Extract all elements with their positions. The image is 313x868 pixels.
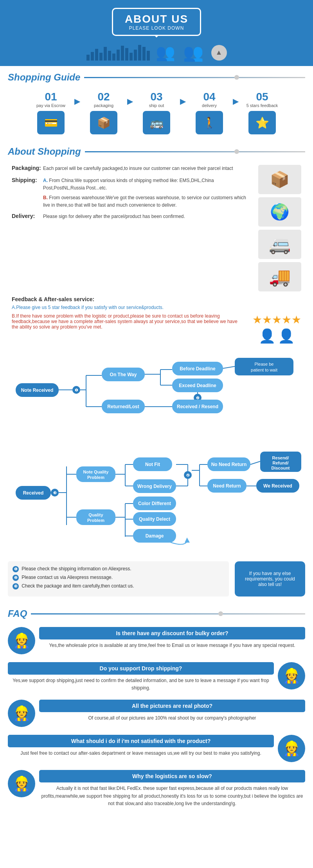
star-1: ★ — [252, 313, 262, 326]
star-2: ★ — [262, 313, 272, 326]
shipping-a-text: From China:We support various kinds of s… — [43, 178, 214, 191]
title-line-dot — [234, 75, 239, 80]
note-1-text: Please check the shipping information on… — [22, 566, 131, 572]
shipping-content: A. From China:We support various kinds o… — [43, 177, 254, 209]
speech-bubble: ABOUT US PLEASE LOOK DOWN — [112, 8, 201, 36]
svg-text:Damage: Damage — [146, 533, 164, 539]
faq-answer-4: Just feel free to contact our after-sale… — [8, 750, 274, 757]
flowchart-svg-1: Note Received ❶ On The Way Returned/Lost — [16, 356, 305, 434]
svg-rect-23 — [235, 358, 293, 375]
delivery-text: Please sign for delivery after the parce… — [43, 213, 254, 220]
about-shopping-heading: About Shopping — [8, 146, 81, 157]
notes-container: ❶ Please check the shipping information … — [0, 561, 313, 602]
faq-title-row: FAQ — [0, 602, 313, 623]
svg-line-26 — [223, 366, 235, 368]
step-5-num: 05 — [256, 91, 268, 103]
packaging-label: Packaging: — [12, 165, 43, 171]
bar-chart-icon — [86, 45, 150, 61]
faq-item-4: 👷 What should i do if i'm not satisfied … — [8, 735, 305, 762]
svg-text:Color Different: Color Different — [138, 501, 171, 506]
delivery-van-image: 🚚 — [258, 262, 301, 291]
shopping-guide-title-row: Shopping Guide — [0, 66, 313, 87]
faq-question-5: Why the logistics are so slow? — [39, 770, 305, 782]
faq-answer-3: Of course,all of our pictures are 100% r… — [39, 714, 305, 722]
note-circle-3: ❸ — [13, 583, 19, 589]
svg-text:Wrong Delivery: Wrong Delivery — [137, 484, 172, 489]
packaging-left: Packaging: Each parcel will be carefully… — [12, 165, 254, 225]
step-1-num: 01 — [45, 91, 57, 103]
packaging-row: Packaging: Each parcel will be carefully… — [12, 165, 301, 291]
shipping-a-label: A. — [43, 178, 48, 183]
feedback-section: Feedback & After-sales service: A.Please… — [12, 296, 301, 344]
stars-block: ★ ★ ★ ★ ★ — [252, 313, 301, 326]
feedback-row: B.If there have some problem with the lo… — [12, 313, 301, 344]
step-3-icon: 🚌 — [143, 111, 170, 134]
svg-marker-91 — [185, 538, 190, 543]
svg-text:Exceed Deadline: Exceed Deadline — [179, 383, 216, 388]
svg-rect-45 — [76, 509, 115, 525]
people-icon-2: 👥 — [183, 43, 203, 62]
step-4-label: delivery — [202, 103, 217, 108]
step-1-icon: 💳 — [37, 111, 65, 134]
svg-text:Resend/: Resend/ — [272, 455, 289, 460]
note-3: ❸ Check the package and item carefully,t… — [13, 583, 224, 589]
step-1: 01 pay via Escrow 💳 — [27, 91, 74, 134]
faq-question-4: What should i do if i'm not satisfied wi… — [8, 735, 274, 747]
faq-content-2: Do you support Drop shipping? Yes,we sup… — [8, 662, 274, 692]
step-5: 05 5 stars feedback ⭐ — [239, 91, 286, 134]
note-circle-2: ❷ — [13, 575, 19, 581]
note-1: ❶ Please check the shipping information … — [13, 566, 224, 572]
flowchart-svg-2: Received ❸ Note Quality Problem Quality … — [16, 443, 305, 552]
shipping-a: A. From China:We support various kinds o… — [43, 177, 254, 192]
feedback-right: ★ ★ ★ ★ ★ 👤 👤 — [248, 313, 301, 344]
faq-content-5: Why the logistics are so slow? Actually … — [39, 770, 305, 807]
about-shopping-title-row: About Shopping — [0, 140, 313, 161]
svg-rect-42 — [76, 466, 115, 482]
svg-text:Discount: Discount — [271, 466, 290, 470]
faq-question-1: Is there have any discount for bulky ord… — [39, 627, 305, 639]
svg-line-87 — [250, 461, 260, 464]
note-2: ❷ Please contact us via Aliexpress messs… — [13, 575, 224, 581]
play-button[interactable]: ▲ — [211, 45, 227, 61]
svg-text:Received: Received — [23, 490, 44, 496]
svg-text:Before Deadline: Before Deadline — [180, 366, 216, 371]
svg-text:On The Way: On The Way — [110, 372, 137, 377]
step-5-icon: ⭐ — [248, 111, 276, 134]
feedback-a: A.Please give us 5 star feedback if you … — [12, 305, 301, 310]
step-2: 02 packaging 📦 — [80, 91, 127, 134]
svg-text:Received / Resend: Received / Resend — [177, 404, 218, 409]
shipping-b-label: B. — [43, 195, 48, 200]
faq-avatar-2: 👷 — [278, 662, 305, 689]
svg-text:Problem: Problem — [87, 475, 104, 480]
delivery-label: Delivery: — [12, 213, 43, 219]
svg-text:Note Received: Note Received — [21, 388, 54, 393]
svg-text:Please be: Please be — [255, 362, 274, 366]
packaging-image: 📦 — [258, 165, 301, 194]
packaging-inner: Packaging: Each parcel will be carefully… — [12, 165, 254, 172]
faq-question-2: Do you support Drop shipping? — [8, 662, 274, 675]
svg-text:Refund/: Refund/ — [273, 461, 289, 465]
arrow-2: ▶ — [127, 91, 133, 106]
person-icon-2: 👤 — [278, 328, 295, 344]
faq-content-4: What should i do if i'm not satisfied wi… — [8, 735, 274, 757]
svg-text:Quality Delect: Quality Delect — [139, 516, 170, 522]
note-3-text: Check the package and item carefully,the… — [22, 583, 134, 589]
faq-title-dot — [218, 611, 223, 616]
steps-container: 01 pay via Escrow 💳 ▶ 02 packaging 📦 ▶ 0… — [0, 87, 313, 140]
svg-text:Need Return: Need Return — [213, 483, 241, 489]
svg-text:No Need Return: No Need Return — [211, 462, 247, 467]
header-section: ABOUT US PLEASE LOOK DOWN 👥 👥 ▲ — [0, 0, 313, 66]
arrow-1: ▶ — [74, 91, 80, 106]
flowchart-1: Note Received ❶ On The Way Returned/Lost — [0, 352, 313, 443]
header-title: ABOUT US — [125, 13, 188, 25]
step-4: 04 delivery 🚶 — [186, 91, 233, 134]
svg-text:Returned/Lost: Returned/Lost — [107, 404, 139, 409]
shipping-label: Shipping: — [12, 177, 43, 183]
step-3-label: ship out — [149, 103, 164, 108]
about-title-dot — [234, 149, 239, 154]
side-images: 📦 🌍 🚐 🚚 — [258, 165, 301, 291]
step-2-icon: 📦 — [90, 111, 117, 134]
feedback-b-block: B.If there have some problem with the lo… — [12, 313, 245, 330]
shopping-guide-heading: Shopping Guide — [8, 72, 80, 83]
header-bottom: 👥 👥 ▲ — [0, 39, 313, 62]
